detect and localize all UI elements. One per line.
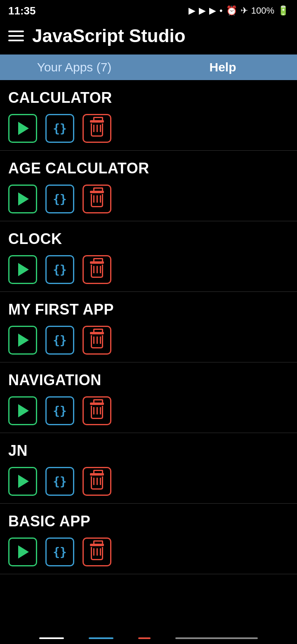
trash-lid	[90, 120, 104, 123]
play-button[interactable]	[8, 396, 37, 425]
trash-body	[91, 335, 103, 348]
play-button[interactable]	[8, 326, 37, 355]
play-icon	[18, 192, 29, 206]
trash-line	[100, 336, 101, 344]
bottom-nav	[0, 634, 297, 644]
app-name: NAVIGATION	[8, 372, 289, 389]
trash-body	[91, 476, 103, 490]
trash-icon	[90, 120, 104, 137]
code-button[interactable]: {}	[45, 396, 74, 425]
trash-icon	[90, 332, 104, 348]
code-icon: {}	[53, 334, 67, 347]
play-button[interactable]	[8, 114, 37, 143]
media-icon: ▶	[209, 5, 216, 16]
delete-button[interactable]	[82, 185, 111, 213]
trash-line	[100, 548, 101, 556]
code-icon: {}	[53, 475, 67, 488]
app-actions: {}	[8, 467, 289, 496]
app-name: CLOCK	[8, 230, 289, 248]
app-name: BASIC APP	[8, 513, 289, 530]
tab-help[interactable]: Help	[148, 56, 297, 78]
trash-icon	[90, 473, 104, 490]
trash-body	[91, 406, 103, 419]
status-icons: ▶ ▶ ▶ • ⏰ ✈ 100% 🔋	[189, 5, 289, 16]
app-actions: {}	[8, 255, 289, 284]
trash-line	[93, 548, 94, 556]
code-button[interactable]: {}	[45, 537, 74, 566]
alarm-icon: ⏰	[226, 5, 237, 16]
hamburger-menu[interactable]	[8, 31, 24, 41]
play-button[interactable]	[8, 185, 37, 213]
delete-button[interactable]	[82, 114, 111, 143]
trash-line	[97, 548, 98, 556]
delete-button[interactable]	[82, 467, 111, 496]
trash-icon	[90, 191, 104, 207]
battery-text: 100%	[251, 5, 274, 16]
play-button[interactable]	[8, 537, 37, 566]
trash-lid	[90, 261, 104, 264]
delete-button[interactable]	[82, 537, 111, 566]
trash-body	[91, 547, 103, 560]
app-item: CLOCK {}	[0, 221, 297, 292]
header: JavaScript Studio	[0, 21, 297, 54]
trash-line	[100, 478, 101, 485]
trash-body	[91, 123, 103, 137]
youtube-icon-2: ▶	[199, 5, 206, 16]
app-title: JavaScript Studio	[32, 26, 186, 46]
status-time: 11:35	[8, 5, 36, 17]
code-button[interactable]: {}	[45, 114, 74, 143]
code-icon: {}	[53, 545, 67, 559]
trash-line	[93, 336, 94, 344]
code-button[interactable]: {}	[45, 185, 74, 213]
app-name: AGE CALCULATOR	[8, 160, 289, 177]
trash-lid	[90, 402, 104, 405]
play-icon	[18, 545, 29, 559]
app-item: JN {}	[0, 433, 297, 504]
play-button[interactable]	[8, 467, 37, 496]
trash-lid	[90, 473, 104, 476]
delete-button[interactable]	[82, 326, 111, 355]
trash-line	[100, 407, 101, 414]
trash-line	[97, 266, 98, 273]
delete-button[interactable]	[82, 255, 111, 284]
youtube-icon: ▶	[189, 5, 196, 16]
app-actions: {}	[8, 537, 289, 566]
trash-line	[100, 125, 101, 132]
code-icon: {}	[53, 404, 67, 418]
code-icon: {}	[53, 122, 67, 135]
app-item: NAVIGATION {}	[0, 362, 297, 433]
tab-bar: Your Apps (7) Help	[0, 54, 297, 80]
trash-line	[97, 407, 98, 414]
status-bar: 11:35 ▶ ▶ ▶ • ⏰ ✈ 100% 🔋	[0, 0, 297, 21]
code-button[interactable]: {}	[45, 467, 74, 496]
delete-button[interactable]	[82, 396, 111, 425]
trash-body	[91, 194, 103, 207]
tab-your-apps[interactable]: Your Apps (7)	[0, 56, 148, 78]
play-icon	[18, 475, 29, 488]
trash-icon	[90, 402, 104, 419]
trash-line	[100, 266, 101, 273]
code-button[interactable]: {}	[45, 255, 74, 284]
trash-lid	[90, 191, 104, 193]
trash-line	[97, 125, 98, 132]
trash-line	[93, 195, 94, 203]
app-actions: {}	[8, 396, 289, 425]
battery-icon: 🔋	[278, 5, 289, 16]
code-icon: {}	[53, 192, 67, 206]
trash-line	[100, 195, 101, 203]
dot-icon: •	[219, 5, 223, 16]
nav-line-4	[175, 637, 258, 639]
trash-line	[93, 125, 94, 132]
code-button[interactable]: {}	[45, 326, 74, 355]
app-item: AGE CALCULATOR {}	[0, 151, 297, 221]
app-name: MY FIRST APP	[8, 301, 289, 318]
trash-icon	[90, 261, 104, 278]
play-icon	[18, 404, 29, 417]
trash-line	[97, 195, 98, 203]
nav-line-2	[89, 637, 113, 639]
nav-line-3	[138, 637, 151, 639]
play-icon	[18, 334, 29, 347]
airplane-icon: ✈	[240, 5, 248, 16]
nav-line-1	[39, 637, 64, 639]
play-button[interactable]	[8, 255, 37, 284]
